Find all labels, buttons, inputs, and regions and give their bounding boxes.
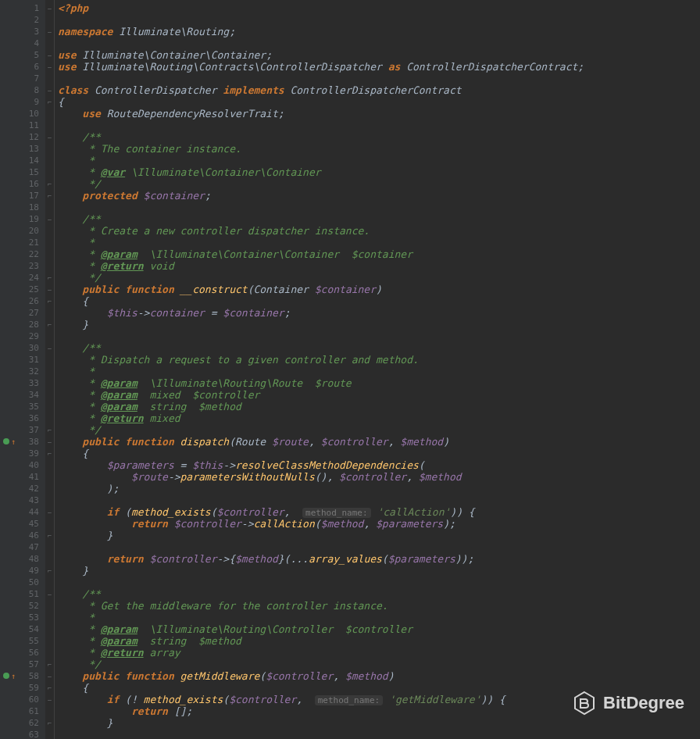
line-number[interactable]: 27 (14, 307, 45, 319)
line-number[interactable]: 38 (14, 436, 45, 448)
code-line[interactable]: * (58, 155, 700, 166)
code-line[interactable] (58, 541, 700, 553)
line-number[interactable]: 29 (14, 330, 45, 342)
line-number[interactable]: 54 (14, 623, 45, 635)
line-number[interactable]: 62 (14, 717, 45, 729)
line-number[interactable]: 59 (14, 682, 45, 694)
code-line[interactable]: use Illuminate\Routing\Contracts\Control… (58, 61, 700, 73)
code-line[interactable]: $route->parametersWithoutNulls(), $contr… (58, 471, 700, 483)
fold-marker[interactable]: ⌐ (45, 96, 54, 108)
code-line[interactable]: $this->container = $container; (58, 307, 700, 319)
line-number[interactable]: 25 (14, 284, 45, 295)
code-line[interactable]: protected $container; (58, 190, 700, 202)
line-number[interactable]: 4 (14, 37, 45, 49)
fold-marker[interactable] (45, 553, 54, 565)
code-line[interactable]: $parameters = $this->resolveClassMethodD… (58, 459, 700, 471)
line-number[interactable]: 2 (14, 14, 45, 26)
fold-marker[interactable]: − (45, 342, 54, 354)
line-number[interactable]: 40 (14, 459, 45, 471)
fold-marker[interactable] (45, 260, 54, 272)
line-number[interactable]: 35 (14, 401, 45, 412)
line-number[interactable]: 20 (14, 225, 45, 237)
code-line[interactable]: { (58, 295, 700, 307)
code-line[interactable]: } (58, 565, 700, 577)
fold-marker[interactable] (45, 366, 54, 377)
line-number[interactable]: 14 (14, 155, 45, 166)
code-line[interactable] (58, 494, 700, 506)
fold-marker[interactable] (45, 143, 54, 155)
code-line[interactable]: public function dispatch(Route $route, $… (58, 436, 700, 448)
fold-marker[interactable]: ⌐ (45, 272, 54, 284)
line-number[interactable]: 8 (14, 84, 45, 96)
fold-marker[interactable] (45, 471, 54, 483)
fold-marker[interactable] (45, 600, 54, 612)
fold-marker[interactable]: ⌐ (45, 319, 54, 330)
line-number[interactable]: 15 (14, 166, 45, 178)
fold-marker[interactable]: ⌐ (45, 295, 54, 307)
code-line[interactable]: * Create a new controller dispatcher ins… (58, 225, 700, 237)
fold-marker[interactable] (45, 541, 54, 553)
code-line[interactable]: * @param \Illuminate\Container\Container… (58, 248, 700, 260)
fold-marker[interactable]: − (45, 588, 54, 600)
code-line[interactable]: } (58, 319, 700, 330)
code-line[interactable]: * @var \Illuminate\Container\Container (58, 166, 700, 178)
line-number[interactable]: 36 (14, 412, 45, 424)
line-number[interactable]: 13 (14, 143, 45, 155)
fold-gutter[interactable]: −−−−−⌐−⌐⌐−⌐−⌐⌐−⌐−⌐−⌐⌐−⌐−⌐−⌐ (45, 0, 55, 739)
fold-marker[interactable] (45, 483, 54, 494)
fold-marker[interactable] (45, 612, 54, 623)
line-number[interactable]: 23 (14, 260, 45, 272)
code-line[interactable] (58, 120, 700, 131)
code-area[interactable]: BitDegree <?phpnamespace Illuminate\Rout… (55, 0, 700, 739)
fold-marker[interactable] (45, 647, 54, 659)
fold-marker[interactable] (45, 225, 54, 237)
fold-marker[interactable] (45, 248, 54, 260)
fold-marker[interactable]: − (45, 213, 54, 225)
line-number[interactable]: 9 (14, 96, 45, 108)
code-line[interactable] (58, 577, 700, 588)
code-line[interactable]: * (58, 366, 700, 377)
fold-marker[interactable] (45, 120, 54, 131)
code-line[interactable]: /** (58, 213, 700, 225)
code-line[interactable]: */ (58, 659, 700, 670)
fold-marker[interactable]: − (45, 694, 54, 705)
line-number[interactable]: 11 (14, 120, 45, 131)
line-number[interactable]: 17 (14, 190, 45, 202)
line-number-gutter[interactable]: 1234567891011121314151617181920212223242… (14, 0, 45, 739)
fold-marker[interactable] (45, 401, 54, 412)
line-number[interactable]: 22 (14, 248, 45, 260)
code-line[interactable]: return $controller->callAction($method, … (58, 518, 700, 530)
line-number[interactable]: 37 (14, 424, 45, 436)
code-line[interactable]: } (58, 530, 700, 541)
fold-marker[interactable] (45, 494, 54, 506)
code-line[interactable]: } (58, 717, 700, 729)
fold-marker[interactable]: ⌐ (45, 178, 54, 190)
code-line[interactable]: * @return mixed (58, 412, 700, 424)
line-number[interactable]: 58 (14, 670, 45, 682)
fold-marker[interactable]: ⌐ (45, 448, 54, 459)
fold-marker[interactable] (45, 237, 54, 248)
line-number[interactable]: 21 (14, 237, 45, 248)
line-number[interactable]: 34 (14, 389, 45, 401)
fold-marker[interactable] (45, 330, 54, 342)
fold-marker[interactable]: − (45, 61, 54, 73)
fold-marker[interactable] (45, 459, 54, 471)
line-number[interactable]: 42 (14, 483, 45, 494)
line-number[interactable]: 52 (14, 600, 45, 612)
code-line[interactable]: public function __construct(Container $c… (58, 284, 700, 295)
code-line[interactable] (58, 729, 700, 739)
code-line[interactable]: * (58, 612, 700, 623)
code-line[interactable]: * @param string $method (58, 635, 700, 647)
fold-marker[interactable] (45, 729, 54, 739)
fold-marker[interactable] (45, 705, 54, 717)
fold-marker[interactable]: ⌐ (45, 565, 54, 577)
line-number[interactable]: 5 (14, 49, 45, 61)
line-number[interactable]: 30 (14, 342, 45, 354)
code-line[interactable]: use RouteDependencyResolverTrait; (58, 108, 700, 120)
code-line[interactable]: /** (58, 131, 700, 143)
code-line[interactable]: * @return void (58, 260, 700, 272)
fold-marker[interactable] (45, 518, 54, 530)
fold-marker[interactable]: − (45, 670, 54, 682)
code-line[interactable] (58, 202, 700, 213)
code-line[interactable]: /** (58, 342, 700, 354)
